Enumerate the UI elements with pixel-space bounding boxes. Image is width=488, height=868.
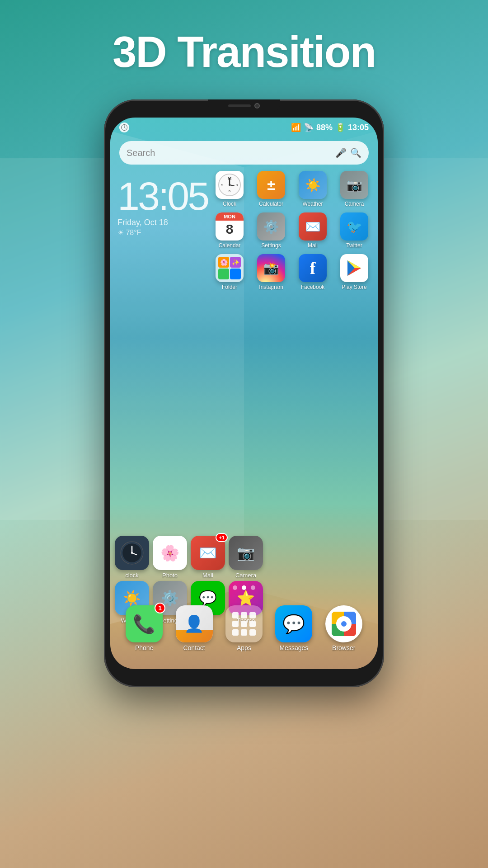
status-time: 13:05: [348, 123, 369, 132]
app-photo-label: Photo: [162, 572, 178, 579]
contact-icon: 👤: [176, 605, 213, 642]
search-placeholder: Search: [127, 148, 332, 158]
app-clock[interactable]: 12 6 9 3 Clock: [211, 171, 248, 207]
clock-sm-icon: [115, 536, 149, 570]
phone-icon: 1 📞: [126, 605, 163, 642]
app-playstore-label: Play Store: [342, 284, 366, 290]
app-camera-sm[interactable]: 📷 Camera: [229, 536, 263, 579]
app-calendar-label: Calendar: [219, 242, 241, 249]
app-mail-sm[interactable]: +1 ✉️ Mail: [191, 536, 225, 579]
search-icon[interactable]: 🔍: [350, 147, 361, 158]
apps-dot-8: [241, 629, 247, 636]
twitter-icon: 🐦: [340, 212, 368, 241]
app-mail-sm-label: Mail: [202, 572, 213, 579]
folder-icon: 🌸 ✨: [216, 254, 244, 282]
clock-date: Friday, Oct 18: [117, 218, 208, 227]
app-playstore[interactable]: Play Store: [336, 254, 372, 290]
calendar-day: 8: [216, 222, 244, 236]
clock-icon: 12 6 9 3: [216, 171, 244, 199]
bottom-left-apps-row1: clock 🌸 Photo +1 ✉️ Mail 📷 Camera: [115, 536, 263, 579]
svg-point-20: [131, 552, 133, 554]
mail-icon: ✉️: [299, 212, 327, 241]
app-settings-label: Settings: [261, 242, 281, 249]
apps-dot-1: [232, 612, 239, 618]
search-bar[interactable]: Search 🎤 🔍: [119, 141, 369, 165]
app-calculator[interactable]: ± Calculator: [253, 171, 289, 207]
app-camera[interactable]: 📷 Camera: [336, 171, 372, 207]
notch-speaker: [228, 104, 251, 107]
svg-text:3: 3: [236, 183, 238, 187]
svg-point-23: [341, 621, 347, 627]
clock-weather: ☀ 78°F: [117, 228, 208, 237]
apps-dot-7: [232, 629, 239, 636]
photo-icon: 🌸: [153, 536, 187, 570]
svg-text:6: 6: [229, 189, 231, 193]
dock-phone-label: Phone: [135, 644, 153, 651]
dock-contact[interactable]: 👤 Contact: [176, 605, 213, 651]
dock: 1 📞 Phone 👤 Contact: [110, 597, 378, 660]
badge-plus1: +1: [216, 533, 228, 542]
notch: [208, 99, 280, 112]
status-left: [119, 123, 129, 132]
dock-messages[interactable]: 💬 Messages: [275, 605, 312, 651]
signal-icon: 📡: [304, 123, 314, 132]
status-right: 📶 📡 88%🔋 13:05: [291, 123, 369, 132]
phone-frame: 📶 📡 88%🔋 13:05 Search 🎤 🔍 13:05 Friday, …: [104, 99, 384, 687]
page-dots: [233, 585, 255, 590]
app-settings[interactable]: ⚙️ Settings: [253, 212, 289, 249]
app-folder-label: Folder: [222, 284, 237, 290]
calculator-icon: ±: [257, 171, 285, 199]
phone-screen: 📶 📡 88%🔋 13:05 Search 🎤 🔍 13:05 Friday, …: [110, 118, 378, 669]
mic-icon[interactable]: 🎤: [335, 147, 347, 158]
status-clock-icon: [119, 123, 129, 132]
apps-dot-5: [241, 621, 247, 627]
app-clock-label: Clock: [223, 201, 236, 207]
clock-time: 13:05: [117, 176, 208, 216]
right-app-grid: 12 6 9 3 Clock ± Calculator: [208, 167, 376, 294]
camera-icon: 📷: [340, 171, 368, 199]
app-calculator-label: Calculator: [259, 201, 283, 207]
dock-browser[interactable]: Browser: [325, 605, 362, 651]
apps-dot-2: [241, 612, 247, 618]
app-camera-sm-label: Camera: [235, 572, 256, 579]
settings-icon: ⚙️: [257, 212, 285, 241]
dot-2[interactable]: [242, 585, 246, 590]
dock-browser-label: Browser: [332, 644, 355, 651]
app-mail[interactable]: ✉️ Mail: [295, 212, 331, 249]
dock-contact-label: Contact: [183, 644, 205, 651]
app-calendar[interactable]: MON 8 Calendar: [211, 212, 248, 249]
app-twitter-label: Twitter: [346, 242, 362, 249]
svg-point-11: [229, 184, 230, 186]
battery-label: 88%: [316, 123, 333, 132]
app-weather[interactable]: ☀️ Weather: [295, 171, 331, 207]
apps-icon: [225, 605, 263, 642]
calendar-icon: MON 8: [216, 212, 244, 241]
camera-sm-icon: 📷: [229, 536, 263, 570]
app-clock-sm-label: clock: [125, 572, 139, 579]
wifi-icon: 📶: [291, 123, 301, 132]
app-clock-sm[interactable]: clock: [115, 536, 149, 579]
front-camera: [254, 103, 260, 108]
app-photo[interactable]: 🌸 Photo: [153, 536, 187, 579]
svg-line-2: [124, 127, 126, 128]
app-camera-label: Camera: [345, 201, 364, 207]
playstore-icon: [340, 254, 368, 282]
app-instagram[interactable]: 📸 Instagram: [253, 254, 289, 290]
app-mail-label: Mail: [308, 242, 318, 249]
page-title: 3D Transition: [0, 27, 488, 77]
facebook-icon: f: [299, 254, 327, 282]
app-facebook-label: Facebook: [301, 284, 325, 290]
app-twitter[interactable]: 🐦 Twitter: [336, 212, 372, 249]
dot-3[interactable]: [251, 585, 255, 590]
browser-icon: [325, 605, 362, 642]
apps-dot-9: [249, 629, 256, 636]
app-facebook[interactable]: f Facebook: [295, 254, 331, 290]
app-folder[interactable]: 🌸 ✨ Folder: [211, 254, 248, 290]
dot-1[interactable]: [233, 585, 237, 590]
svg-text:9: 9: [221, 183, 224, 187]
apps-dot-4: [232, 621, 239, 627]
mail-sm-icon: +1 ✉️: [191, 536, 225, 570]
dock-messages-label: Messages: [279, 644, 308, 651]
dock-phone[interactable]: 1 📞 Phone: [126, 605, 163, 651]
dock-apps[interactable]: Apps: [225, 605, 263, 651]
